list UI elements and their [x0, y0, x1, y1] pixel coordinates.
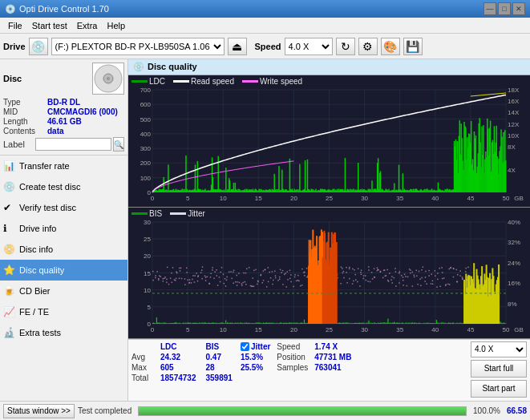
- speed-stat-value: 1.74 X: [311, 341, 354, 352]
- max-ldc: 605: [156, 362, 201, 373]
- titlebar-title: 💿 Opti Drive Control 1.70: [5, 4, 109, 14]
- read-speed-legend-color: [173, 80, 189, 83]
- disc-quality-header-title: Disc quality: [148, 62, 197, 71]
- avg-jitter: 15.3%: [237, 352, 273, 362]
- ldc-chart: [128, 75, 530, 207]
- fe-te-icon: 📈: [3, 306, 15, 317]
- minimize-button[interactable]: —: [483, 2, 496, 15]
- menu-start-test[interactable]: Start test: [27, 19, 72, 32]
- drive-icon-button[interactable]: 💿: [29, 38, 48, 55]
- settings-button[interactable]: ⚙: [358, 38, 378, 55]
- app-title: Opti Drive Control 1.70: [19, 4, 109, 14]
- disc-info-icon: 📀: [3, 244, 15, 255]
- jitter-legend-item: Jitter: [170, 209, 205, 218]
- menu-file[interactable]: File: [3, 19, 27, 32]
- max-jitter: 25.5%: [237, 362, 273, 373]
- transfer-rate-icon: 📊: [3, 160, 15, 172]
- total-bis: 359891: [201, 373, 237, 383]
- sidebar-item-transfer-rate[interactable]: 📊 Transfer rate: [0, 155, 127, 176]
- cd-bier-icon: 🍺: [3, 285, 15, 297]
- disc-mid-row: MID CMCMAGDI6 (000): [3, 107, 124, 116]
- avg-label: Avg: [131, 352, 156, 362]
- speed-select[interactable]: 4.0 X: [285, 38, 333, 55]
- jitter-legend-color: [170, 212, 186, 215]
- type-label: Type: [3, 98, 47, 107]
- sidebar-item-fe-te[interactable]: 📈 FE / TE: [0, 301, 127, 322]
- maximize-button[interactable]: □: [498, 2, 511, 15]
- start-full-button[interactable]: Start full: [471, 360, 527, 378]
- label-search-button[interactable]: 🔍: [113, 137, 124, 151]
- verify-test-disc-label: Verify test disc: [19, 203, 76, 212]
- sidebar-item-create-test-disc[interactable]: 💿 Create test disc: [0, 176, 127, 197]
- position-label: Position: [273, 352, 311, 362]
- titlebar: 💿 Opti Drive Control 1.70 — □ ✕: [0, 0, 530, 18]
- disc-label-row: Label 🔍: [3, 137, 124, 151]
- sidebar-item-extra-tests[interactable]: 🔬 Extra tests: [0, 322, 127, 343]
- refresh-button[interactable]: ↻: [336, 38, 355, 55]
- fe-te-label: FE / TE: [19, 307, 49, 317]
- cd-bier-label: CD Bier: [19, 286, 51, 296]
- close-button[interactable]: ✕: [512, 2, 525, 15]
- speed-stat-header: Speed: [273, 341, 311, 352]
- disc-quality-label: Disc quality: [19, 265, 64, 275]
- label-input[interactable]: [35, 138, 111, 151]
- main-area: Disc Type BD-R DL MID CMCMAGDI6 (000) L: [0, 59, 530, 401]
- bis-legend-item: BIS: [131, 209, 162, 218]
- mid-value: CMCMAGDI6 (000): [47, 107, 118, 116]
- length-label: Length: [3, 117, 47, 126]
- total-ldc: 18574732: [156, 373, 201, 383]
- create-test-disc-label: Create test disc: [19, 182, 80, 192]
- total-label: Total: [131, 373, 156, 383]
- titlebar-controls[interactable]: — □ ✕: [483, 2, 525, 15]
- status-text: Test completed: [78, 406, 131, 415]
- max-label: Max: [131, 362, 156, 373]
- ldc-legend-label: LDC: [149, 77, 165, 86]
- speed-display: 66.58: [507, 406, 527, 415]
- drive-info-label: Drive info: [19, 224, 56, 233]
- sidebar-item-disc-info[interactable]: 📀 Disc info: [0, 239, 127, 260]
- bis-legend-label: BIS: [149, 209, 162, 218]
- jitter-legend-label: Jitter: [188, 209, 205, 218]
- progress-bar: [138, 406, 467, 416]
- drive-select[interactable]: (F:) PLEXTOR BD-R PX-LB950SA 1.06: [51, 38, 225, 55]
- length-value: 46.61 GB: [47, 117, 82, 126]
- ldc-legend-color: [131, 80, 148, 83]
- app-icon: 💿: [5, 4, 16, 14]
- samples-value: 763041: [311, 362, 354, 373]
- avg-ldc: 24.32: [156, 352, 201, 362]
- write-speed-legend-color: [242, 80, 258, 83]
- content-area: 💿 Disc quality LDC Read speed Write spee…: [128, 59, 530, 401]
- extra-tests-icon: 🔬: [3, 327, 15, 338]
- disc-title: Disc: [3, 74, 22, 83]
- sidebar-item-drive-info[interactable]: ℹ Drive info: [0, 218, 127, 239]
- right-controls: 4.0 X Start full Start part: [471, 341, 527, 398]
- speed-chart-select[interactable]: 4.0 X: [471, 341, 527, 357]
- bis-legend-color: [131, 212, 148, 215]
- disc-section: Disc Type BD-R DL MID CMCMAGDI6 (000) L: [0, 59, 127, 155]
- sidebar-item-verify-test-disc[interactable]: ✔ Verify test disc: [0, 197, 127, 218]
- jitter-header: Jitter: [251, 342, 270, 351]
- disc-contents-row: Contents data: [3, 127, 124, 135]
- save-button[interactable]: 💾: [403, 38, 423, 55]
- menu-help[interactable]: Help: [102, 19, 130, 32]
- menubar: File Start test Extra Help: [0, 18, 530, 34]
- extra-tests-label: Extra tests: [19, 328, 61, 337]
- disc-quality-header-icon: 💿: [133, 62, 144, 72]
- eject-button[interactable]: ⏏: [228, 38, 247, 55]
- read-speed-legend-label: Read speed: [191, 77, 234, 86]
- type-value: BD-R DL: [47, 98, 80, 107]
- disc-header: Disc: [3, 63, 124, 95]
- disc-length-row: Length 46.61 GB: [3, 117, 124, 126]
- disc-quality-header: 💿 Disc quality: [128, 59, 530, 75]
- sidebar-item-cd-bier[interactable]: 🍺 CD Bier: [0, 281, 127, 301]
- menu-extra[interactable]: Extra: [72, 19, 103, 32]
- start-part-button[interactable]: Start part: [471, 380, 527, 398]
- disc-info-label: Disc info: [19, 244, 53, 254]
- write-speed-legend-label: Write speed: [260, 77, 302, 86]
- avg-bis: 0.47: [201, 352, 237, 362]
- speed-label: Speed: [255, 42, 281, 51]
- status-window-button[interactable]: Status window >>: [3, 404, 75, 418]
- color-button[interactable]: 🎨: [381, 38, 400, 55]
- sidebar-item-disc-quality[interactable]: ⭐ Disc quality: [0, 260, 127, 281]
- jitter-checkbox[interactable]: [241, 342, 249, 351]
